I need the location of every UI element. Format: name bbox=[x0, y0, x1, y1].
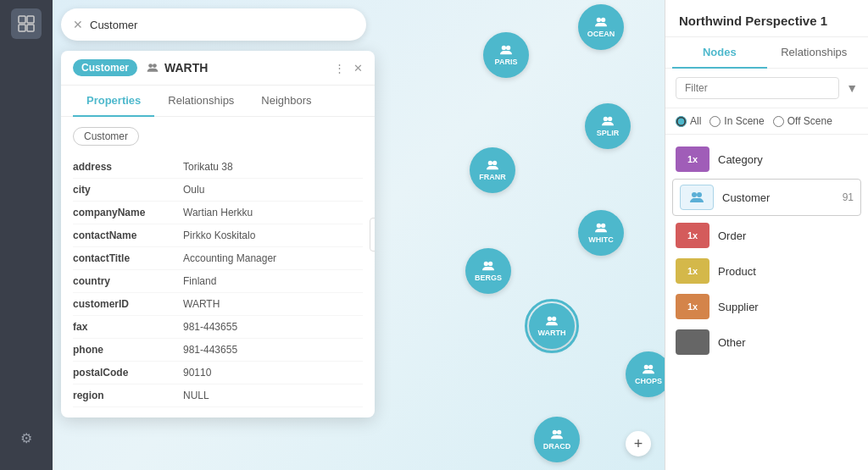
svg-point-8 bbox=[604, 117, 608, 121]
svg-point-28 bbox=[692, 192, 697, 197]
node-franr[interactable]: FRANR bbox=[470, 147, 515, 193]
supplier-color: 1x bbox=[676, 294, 709, 319]
svg-point-10 bbox=[488, 161, 492, 165]
panel-body: Customer address Torikatu 38 city Oulu c… bbox=[61, 117, 375, 417]
panel-type-label: Customer bbox=[73, 127, 139, 146]
svg-point-26 bbox=[148, 64, 153, 68]
node-dracd[interactable]: DRACD bbox=[534, 417, 580, 462]
property-key: country bbox=[73, 275, 183, 287]
property-value: Accounting Manager bbox=[183, 252, 276, 264]
svg-point-19 bbox=[488, 262, 492, 266]
property-city: city Oulu bbox=[73, 179, 363, 202]
settings-icon[interactable]: ⚙ bbox=[11, 423, 42, 453]
property-value: 981-443655 bbox=[183, 344, 237, 356]
node-type-customer[interactable]: Customer 91 bbox=[672, 179, 861, 216]
property-value: Finland bbox=[183, 275, 216, 287]
sidebar-bottom: ⚙ bbox=[11, 423, 42, 462]
svg-rect-3 bbox=[27, 25, 34, 31]
node-type-product[interactable]: 1x Product bbox=[665, 253, 868, 289]
svg-rect-2 bbox=[19, 25, 25, 31]
node-warth[interactable]: WARTH bbox=[529, 303, 575, 349]
property-value: Oulu bbox=[183, 184, 204, 196]
node-type-supplier[interactable]: 1x Supplier bbox=[665, 289, 868, 324]
node-chops[interactable]: CHOPS bbox=[626, 351, 665, 397]
add-button[interactable]: + bbox=[626, 431, 651, 456]
property-key: city bbox=[73, 184, 183, 196]
node-splir[interactable]: SPLIR bbox=[585, 103, 631, 149]
filter-input[interactable] bbox=[676, 77, 839, 99]
svg-point-11 bbox=[492, 161, 497, 165]
panel-node-name: WARTH bbox=[146, 61, 326, 75]
customer-icon-box bbox=[680, 185, 714, 210]
order-color: 1x bbox=[676, 223, 709, 248]
property-contactname: contactName Pirkko Koskitalo bbox=[73, 224, 363, 247]
order-label: Order bbox=[718, 229, 858, 242]
product-label: Product bbox=[718, 265, 858, 278]
property-key: contactName bbox=[73, 229, 183, 241]
tab-relationships[interactable]: Relationships bbox=[154, 86, 248, 117]
svg-point-20 bbox=[548, 317, 552, 321]
property-contacttitle: contactTitle Accounting Manager bbox=[73, 247, 363, 270]
scene-inscene-radio[interactable]: In Scene bbox=[709, 115, 764, 127]
svg-point-17 bbox=[601, 224, 605, 228]
product-color: 1x bbox=[676, 258, 709, 284]
expand-handle[interactable]: ⋮ bbox=[370, 218, 375, 252]
clear-search-icon[interactable]: ✕ bbox=[73, 18, 83, 31]
search-input[interactable]: Customer bbox=[90, 19, 354, 31]
perspective-title: Northwind Perspective 1 bbox=[665, 0, 868, 37]
property-value: NULL bbox=[183, 390, 209, 401]
property-value: Wartian Herkku bbox=[183, 207, 253, 218]
customer-count: 91 bbox=[843, 191, 854, 203]
other-color bbox=[676, 329, 709, 355]
node-type-order[interactable]: 1x Order bbox=[665, 218, 868, 253]
panel-header: Customer WARTH ⋮ ✕ bbox=[61, 51, 375, 86]
svg-point-6 bbox=[502, 46, 506, 50]
app-logo[interactable] bbox=[11, 8, 42, 39]
property-value: Torikatu 38 bbox=[183, 161, 233, 173]
svg-point-4 bbox=[597, 18, 601, 22]
scene-filter: All In Scene Off Scene bbox=[665, 108, 868, 135]
property-key: address bbox=[73, 161, 183, 173]
tab-nodes[interactable]: Nodes bbox=[672, 37, 767, 69]
scene-offscene-radio[interactable]: Off Scene bbox=[773, 115, 832, 127]
property-value: Pirkko Koskitalo bbox=[183, 229, 255, 241]
more-icon[interactable]: ⋮ bbox=[334, 62, 345, 75]
svg-point-5 bbox=[601, 18, 605, 22]
property-address: address Torikatu 38 bbox=[73, 156, 363, 179]
svg-point-27 bbox=[153, 64, 157, 68]
svg-rect-1 bbox=[27, 16, 34, 23]
property-value: WARTH bbox=[183, 298, 220, 310]
supplier-label: Supplier bbox=[718, 301, 858, 313]
node-type-other[interactable]: Other bbox=[665, 324, 868, 360]
scene-all-radio[interactable]: All bbox=[676, 115, 701, 127]
svg-point-18 bbox=[484, 262, 488, 266]
property-region: region NULL bbox=[73, 384, 363, 407]
property-phone: phone 981-443655 bbox=[73, 339, 363, 362]
category-color: 1x bbox=[676, 147, 709, 172]
svg-point-22 bbox=[644, 365, 648, 369]
tab-neighbors[interactable]: Neighbors bbox=[248, 86, 325, 117]
property-key: companyName bbox=[73, 207, 183, 218]
svg-point-9 bbox=[608, 117, 612, 121]
svg-point-24 bbox=[553, 430, 557, 434]
node-ocean[interactable]: OCEAN bbox=[578, 4, 624, 50]
tab-relationships[interactable]: Relationships bbox=[767, 37, 862, 69]
node-paris[interactable]: PARIS bbox=[483, 32, 529, 78]
property-value: 981-443655 bbox=[183, 321, 237, 333]
svg-point-23 bbox=[648, 365, 653, 369]
close-panel-icon[interactable]: ✕ bbox=[353, 62, 363, 75]
property-fax: fax 981-443655 bbox=[73, 316, 363, 339]
svg-rect-0 bbox=[19, 16, 25, 23]
node-type-category[interactable]: 1x Category bbox=[665, 141, 868, 177]
property-key: postalCode bbox=[73, 367, 183, 379]
node-whitc[interactable]: WHITC bbox=[578, 210, 624, 256]
property-companyname: companyName Wartian Herkku bbox=[73, 202, 363, 224]
property-value: 90110 bbox=[183, 367, 211, 379]
right-panel: Northwind Perspective 1 Nodes Relationsh… bbox=[665, 0, 868, 470]
property-customerid: customerID WARTH bbox=[73, 293, 363, 316]
sidebar: ⚙ bbox=[0, 0, 53, 470]
node-bergs[interactable]: BERGS bbox=[465, 248, 511, 294]
properties-panel: Customer WARTH ⋮ ✕ Properties Relationsh… bbox=[61, 51, 375, 417]
tab-properties[interactable]: Properties bbox=[73, 86, 154, 117]
customer-label: Customer bbox=[722, 191, 834, 204]
